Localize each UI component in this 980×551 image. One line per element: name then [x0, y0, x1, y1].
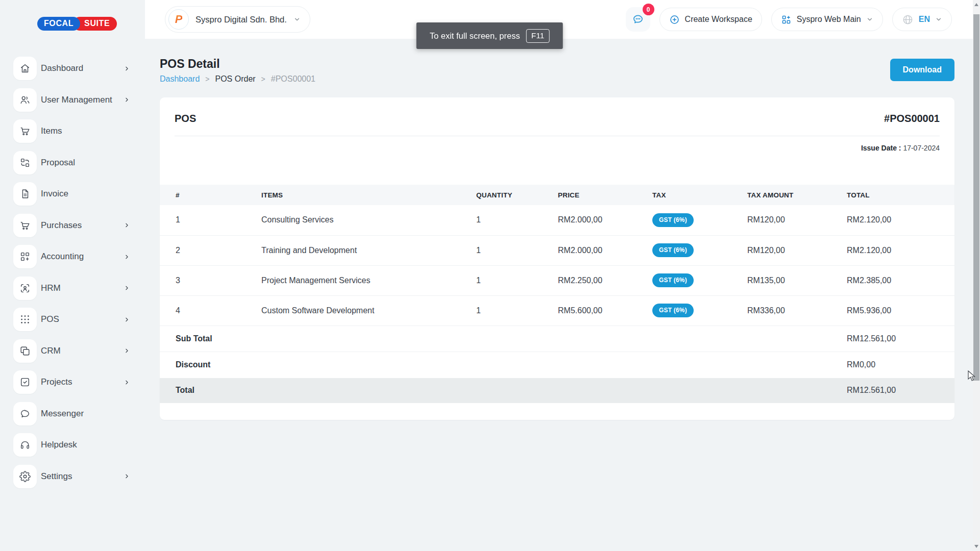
page-title: POS Detail: [160, 57, 315, 71]
breadcrumb-separator-icon: >: [205, 75, 209, 83]
cell-tax-amount: RM336,00: [731, 295, 831, 325]
chevron-right-icon: [124, 285, 130, 291]
cell-price: RM2.000,00: [542, 235, 636, 265]
discount-row: Discount RM0,00: [160, 352, 954, 378]
col-header-total: TOTAL: [831, 185, 954, 205]
divider: [175, 136, 940, 136]
language-code: EN: [919, 15, 930, 24]
cart-icon: [13, 119, 37, 143]
sidebar-item-items[interactable]: Items: [0, 119, 145, 143]
headset-icon: [13, 433, 37, 457]
chevron-down-icon: [866, 16, 873, 23]
tax-badge: GST (6%): [652, 213, 694, 227]
sidebar-item-pos[interactable]: POS: [0, 308, 145, 331]
cell-item: Consulting Services: [246, 205, 460, 235]
chevron-right-icon: [124, 316, 130, 323]
sidebar-item-settings[interactable]: Settings: [0, 465, 145, 488]
sidebar-item-purchases[interactable]: Purchases: [0, 214, 145, 237]
dots-grid-icon: [13, 308, 37, 331]
grid-plus-icon: [781, 14, 792, 25]
transform-icon: [13, 151, 37, 174]
sidebar-item-label: Items: [41, 126, 62, 136]
subtotal-label: Sub Total: [176, 334, 212, 343]
sidebar-item-proposal[interactable]: Proposal: [0, 151, 145, 174]
cell-quantity: 1: [460, 295, 542, 325]
chevron-right-icon: [124, 379, 130, 386]
chevron-down-icon: [935, 16, 942, 23]
cell-tax-amount: RM120,00: [731, 205, 831, 235]
invoice-file-icon: [13, 182, 37, 206]
cell-total: RM2.385,00: [831, 265, 954, 295]
globe-icon: [902, 14, 914, 26]
chevron-right-icon: [124, 347, 130, 354]
chat-button[interactable]: 0: [626, 7, 650, 32]
sidebar-item-label: Invoice: [41, 189, 68, 199]
toast-text: To exit full screen, press: [430, 31, 520, 41]
sidebar-item-helpdesk[interactable]: Helpdesk: [0, 433, 145, 457]
col-header-price: PRICE: [542, 185, 636, 205]
totals-summary: Sub Total RM12.561,00 Discount RM0,00 To…: [160, 326, 954, 403]
chat-bubble-icon: [631, 13, 645, 26]
table-row: 1 Consulting Services 1 RM2.000,00 GST (…: [160, 205, 954, 235]
scrollbar-thumb[interactable]: [973, 14, 979, 381]
sidebar-item-label: HRM: [41, 283, 61, 293]
discount-label: Discount: [176, 360, 210, 369]
download-button[interactable]: Download: [890, 59, 954, 81]
main-area: P Syspro Digital Sdn. Bhd. 0 Create Work…: [145, 0, 980, 551]
total-value: RM12.561,00: [847, 386, 896, 395]
cell-price: RM5.600,00: [542, 295, 636, 325]
cell-index: 1: [160, 205, 246, 235]
sidebar-item-label: Helpdesk: [41, 440, 77, 450]
sidebar-item-label: Settings: [41, 471, 72, 482]
sidebar-item-projects[interactable]: Projects: [0, 370, 145, 394]
app-root: FOCAL SUITE Dashboard User Management: [0, 0, 980, 551]
sidebar-item-user-management[interactable]: User Management: [0, 88, 145, 112]
sidebar-item-hrm[interactable]: HRM: [0, 277, 145, 300]
company-logo: P: [168, 9, 189, 30]
language-selector[interactable]: EN: [892, 8, 952, 31]
toast-key-f11: F11: [526, 29, 550, 43]
cell-tax-amount: RM135,00: [731, 265, 831, 295]
cell-total: RM5.936,00: [831, 295, 954, 325]
chevron-right-icon: [124, 473, 130, 480]
cell-item: Project Management Services: [246, 265, 460, 295]
table-row: 2 Training and Development 1 RM2.000,00 …: [160, 235, 954, 265]
sidebar-item-dashboard[interactable]: Dashboard: [0, 57, 145, 80]
chevron-right-icon: [124, 65, 130, 72]
tax-badge: GST (6%): [652, 243, 694, 257]
items-table: # ITEMS QUANTITY PRICE TAX TAX AMOUNT TO…: [160, 185, 954, 326]
sidebar-item-label: Messenger: [41, 409, 84, 419]
create-workspace-button[interactable]: Create Workspace: [659, 8, 762, 31]
cell-index: 3: [160, 265, 246, 295]
company-name: Syspro Digital Sdn. Bhd.: [195, 15, 287, 24]
scrollbar-down-arrow-icon[interactable]: [974, 545, 978, 548]
vertical-scrollbar[interactable]: [973, 0, 980, 551]
breadcrumb-separator-icon: >: [261, 75, 265, 83]
content: POS Detail Dashboard > POS Order > #POS0…: [145, 39, 980, 551]
cell-item: Training and Development: [246, 235, 460, 265]
sidebar-item-accounting[interactable]: Accounting: [0, 245, 145, 268]
discount-value: RM0,00: [847, 360, 875, 369]
table-row: 3 Project Management Services 1 RM2.250,…: [160, 265, 954, 295]
cell-price: RM2.250,00: [542, 265, 636, 295]
sidebar-item-invoice[interactable]: Invoice: [0, 182, 145, 206]
focal-suite-logo: FOCAL SUITE: [37, 17, 145, 30]
sidebar-item-messenger[interactable]: Messenger: [0, 402, 145, 425]
plus-circle-icon: [669, 14, 680, 25]
subtotal-value: RM12.561,00: [847, 334, 896, 343]
chat-bubble-icon: [13, 402, 37, 425]
sidebar-item-crm[interactable]: CRM: [0, 339, 145, 363]
cart-icon: [13, 214, 37, 237]
company-selector[interactable]: P Syspro Digital Sdn. Bhd.: [165, 6, 310, 33]
workspace-selector[interactable]: Syspro Web Main: [771, 8, 883, 31]
chevron-down-icon: [293, 16, 301, 23]
breadcrumb-dashboard[interactable]: Dashboard: [160, 74, 200, 84]
tax-badge: GST (6%): [652, 304, 694, 317]
scrollbar-up-arrow-icon[interactable]: [974, 3, 978, 6]
users-icon: [13, 88, 37, 112]
subtotal-row: Sub Total RM12.561,00: [160, 326, 954, 352]
fullscreen-toast: To exit full screen, press F11: [416, 22, 563, 49]
cell-index: 4: [160, 295, 246, 325]
col-header-items: ITEMS: [246, 185, 460, 205]
breadcrumb-pos-order[interactable]: POS Order: [215, 74, 255, 84]
